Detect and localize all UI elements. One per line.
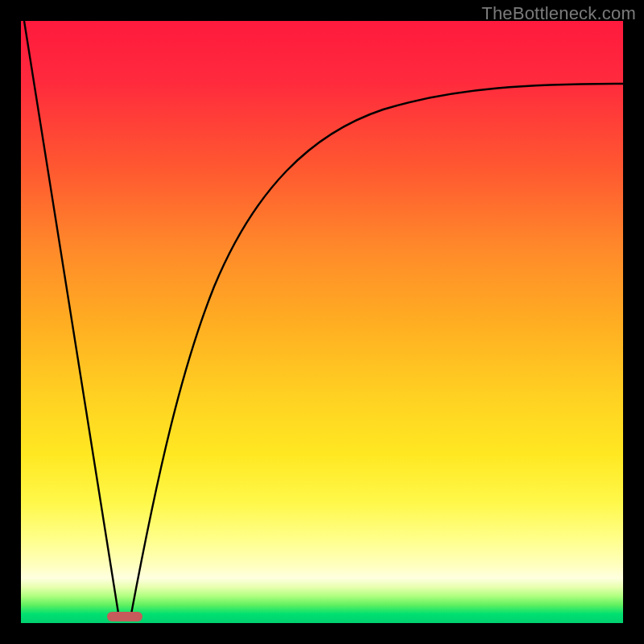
chart-curves xyxy=(21,21,623,623)
chart-frame: TheBottleneck.com xyxy=(0,0,644,644)
optimal-marker xyxy=(107,612,142,621)
chart-plot-area xyxy=(21,21,623,623)
curve-left-branch xyxy=(24,21,119,618)
curve-right-branch xyxy=(130,84,623,618)
watermark-text: TheBottleneck.com xyxy=(481,3,636,24)
